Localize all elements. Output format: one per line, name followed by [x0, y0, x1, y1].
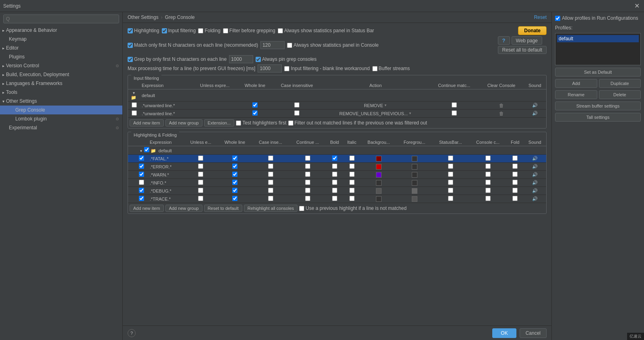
- buffer-streams-checkbox[interactable]: Buffer streams: [372, 66, 410, 71]
- sound-fatal: 🔊: [532, 156, 538, 161]
- input-filtering-blank-checkbox[interactable]: Input filtering - blank line workaround: [284, 66, 369, 71]
- col-whole-line: Whole line: [238, 82, 272, 89]
- donate-button[interactable]: Donate: [518, 26, 547, 35]
- expand-arrow-editor: ▸: [2, 46, 4, 50]
- duplicate-profile-button[interactable]: Duplicate: [599, 79, 641, 88]
- fg-swatch-warn[interactable]: [412, 172, 417, 178]
- hf-expr-warn: .*WARN.*: [148, 171, 184, 179]
- breadcrumb-separator: ›: [161, 15, 163, 20]
- delete-icon-2[interactable]: 🗑: [499, 111, 504, 116]
- fg-swatch-debug[interactable]: [412, 188, 417, 194]
- sidebar-item-tools[interactable]: ▸ Tools: [0, 88, 122, 97]
- always-show-stats-status-checkbox[interactable]: Always show statistics panel in Status B…: [278, 28, 374, 33]
- grep-first-n-checkbox[interactable]: Grep by only first N characters on each …: [128, 56, 227, 62]
- default-group-label: default: [140, 89, 546, 102]
- sidebar-item-editor[interactable]: ▸ Editor: [0, 44, 122, 52]
- rehighlight-button[interactable]: Rehighlight all consoles: [244, 205, 298, 212]
- max-processing-label: Max processing time for a line (to preve…: [128, 66, 255, 71]
- stream-buffer-settings-button[interactable]: Stream buffer settings: [555, 102, 641, 110]
- input-filtering-checkbox[interactable]: Input filtering: [162, 28, 196, 33]
- sidebar-item-keymap[interactable]: Keymap: [0, 35, 122, 44]
- delete-profile-button[interactable]: Delete: [599, 90, 641, 99]
- folding-checkbox[interactable]: Folding: [198, 28, 220, 33]
- hf-col-fold: Fold: [507, 139, 524, 146]
- right-panel-add-dup: Add Duplicate: [555, 79, 641, 88]
- hf-row-warn: .*WARN.* 🔊: [128, 171, 546, 179]
- bg-swatch-trace[interactable]: [376, 196, 382, 202]
- bg-swatch-fatal[interactable]: [376, 156, 382, 162]
- max-processing-input[interactable]: [258, 64, 282, 73]
- add-new-group-button-hf[interactable]: Add new group: [165, 205, 202, 212]
- col-expression: Expression: [140, 82, 192, 89]
- sidebar-item-version-control[interactable]: ▸ Version Control ⚙: [0, 61, 122, 70]
- sidebar-item-other-settings[interactable]: ▾ Other Settings: [0, 97, 122, 106]
- bg-swatch-warn[interactable]: [376, 172, 382, 178]
- expand-arrow-lang: ▸: [2, 81, 4, 86]
- expand-icon[interactable]: ▾: [133, 91, 135, 95]
- options-row-4: Max processing time for a line (to preve…: [128, 64, 547, 73]
- fg-swatch-trace[interactable]: [412, 196, 417, 202]
- set-as-default-button[interactable]: Set as Default: [555, 68, 641, 77]
- sidebar-item-grep-console[interactable]: Grep Console: [0, 106, 122, 114]
- sidebar-item-plugins[interactable]: Plugins: [0, 52, 122, 61]
- cancel-button[interactable]: Cancel: [520, 328, 547, 338]
- help-circle[interactable]: ?: [128, 329, 136, 337]
- webpage-button[interactable]: Web page: [512, 36, 543, 45]
- grep-n-input[interactable]: [229, 55, 253, 63]
- sidebar-item-build[interactable]: ▸ Build, Execution, Deployment: [0, 70, 122, 79]
- highlighting-checkbox[interactable]: Highlighting: [128, 28, 159, 33]
- action-buttons: ? Web page Reset all to default: [498, 36, 547, 54]
- filter-not-matched-checkbox[interactable]: Filter out not matched lines if the prev…: [288, 120, 427, 126]
- reset-button[interactable]: Reset: [534, 15, 547, 20]
- expand-arrow-tools: ▸: [2, 90, 4, 95]
- use-previous-highlight-checkbox[interactable]: Use a previous highlight if a line is no…: [299, 205, 407, 211]
- extension-button[interactable]: Extension...: [204, 119, 234, 126]
- profile-item-default[interactable]: default: [557, 35, 639, 42]
- bg-swatch-info[interactable]: [376, 180, 382, 186]
- reset-to-default-button[interactable]: Reset to default: [204, 205, 242, 212]
- fg-swatch-fatal[interactable]: [412, 156, 417, 162]
- hf-col-fg: Foregrou...: [397, 139, 432, 146]
- add-profile-button[interactable]: Add: [555, 79, 597, 88]
- delete-icon-1[interactable]: 🗑: [499, 103, 504, 108]
- bg-swatch-debug[interactable]: [376, 188, 382, 194]
- hf-col-bold: Bold: [326, 139, 343, 146]
- expand-arrow-vc: ▸: [2, 64, 4, 68]
- hf-folder-icon: 📁: [151, 148, 156, 153]
- add-new-item-button-hf[interactable]: Add new item: [130, 205, 164, 212]
- sidebar-item-languages[interactable]: ▸ Languages & Frameworks: [0, 79, 122, 88]
- ok-button[interactable]: OK: [492, 328, 516, 338]
- bg-swatch-error[interactable]: [376, 164, 382, 170]
- allow-profiles-checkbox[interactable]: Allow profiles in Run Configurations: [555, 15, 641, 21]
- reset-all-button[interactable]: Reset all to default: [498, 46, 547, 54]
- sound-info: 🔊: [532, 180, 538, 185]
- add-new-group-button-filter[interactable]: Add new group: [165, 119, 202, 126]
- filter-before-grepping-checkbox[interactable]: Filter before grepping: [223, 28, 275, 33]
- bottom-right-buttons: OK Cancel: [492, 328, 547, 338]
- hf-row-debug: .*DEBUG.* 🔊: [128, 187, 546, 195]
- sidebar-item-appearance[interactable]: ▸ Appearance & Behavior: [0, 26, 122, 35]
- action-dropdown-1[interactable]: REMOVE ▼: [364, 103, 387, 108]
- sidebar-item-experimental[interactable]: Experimental ⚙: [0, 123, 122, 132]
- always-show-stats-console-checkbox[interactable]: Always show statistics panel in Console: [287, 42, 378, 48]
- tall-settings-button[interactable]: Tall settings: [555, 113, 641, 122]
- fg-swatch-error[interactable]: [412, 164, 417, 170]
- hf-expr-info: .*INFO.*: [148, 179, 184, 187]
- sidebar-item-lombok[interactable]: Lombok plugin ⚙: [0, 114, 122, 123]
- hf-col-continue: Continue ...: [289, 139, 326, 146]
- always-pin-checkbox[interactable]: Always pin grep consoles: [256, 56, 316, 62]
- match-n-input[interactable]: [260, 41, 285, 49]
- help-button[interactable]: ?: [498, 36, 510, 45]
- fg-swatch-info[interactable]: [412, 180, 417, 186]
- col-sound: Sound: [524, 82, 546, 89]
- hf-expand-icon[interactable]: ▾: [140, 149, 142, 153]
- search-input[interactable]: [3, 15, 119, 23]
- match-first-n-checkbox[interactable]: Match only first N characters on each li…: [128, 42, 258, 48]
- col-case-insensitive: Case insensitive: [272, 82, 322, 89]
- hf-col-unless: Unless e...: [184, 139, 218, 146]
- rename-profile-button[interactable]: Rename: [555, 90, 597, 99]
- action-dropdown-2[interactable]: REMOVE_UNLESS_PREVIOUS... ▼: [339, 111, 412, 116]
- close-icon[interactable]: ✕: [633, 2, 641, 10]
- test-highlighters-checkbox[interactable]: Test highlighters first: [236, 120, 286, 126]
- add-new-item-button-filter[interactable]: Add new item: [130, 119, 164, 126]
